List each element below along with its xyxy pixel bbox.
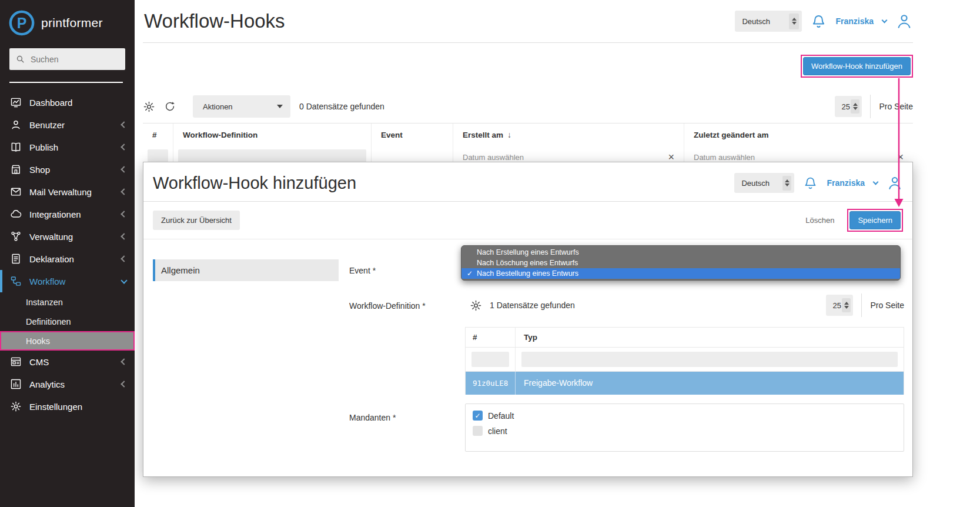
refresh-icon[interactable] <box>164 101 176 112</box>
chevron-down-icon <box>121 277 127 283</box>
column-header[interactable]: Workflow-Definition <box>173 124 372 146</box>
column-header[interactable]: Zuletzt geändert am <box>684 124 913 146</box>
cloud-icon <box>9 208 22 220</box>
date-placeholder: Datum auswählen <box>694 153 755 162</box>
sidebar-item-dashboard[interactable]: Dashboard <box>0 91 135 114</box>
updown-icon <box>789 14 799 29</box>
dropdown-option[interactable]: Nach Löschung eines Entwurfs <box>461 258 900 268</box>
bell-icon[interactable] <box>811 14 827 29</box>
sidebar-subitem-hooks[interactable]: Hooks <box>0 331 135 351</box>
sidebar-subitem-label: Instanzen <box>26 298 63 307</box>
per-page-select[interactable]: 25 <box>826 295 853 316</box>
back-to-overview-button[interactable]: Zurück zur Übersicht <box>153 211 240 230</box>
sidebar-item-label: Publish <box>29 142 115 152</box>
modal-header: Workflow-Hook hinzufügen Deutsch Franzis… <box>143 162 912 202</box>
language-value: Deutsch <box>741 179 770 188</box>
sidebar-item-shop[interactable]: Shop <box>0 158 135 181</box>
actions-dropdown[interactable]: Aktionen <box>193 95 290 118</box>
search-input[interactable] <box>31 55 119 64</box>
add-hook-highlight: Workflow-Hook hinzufügen <box>801 55 913 78</box>
sidebar-item-deklaration[interactable]: Deklaration <box>0 248 135 270</box>
mandanten-group: ✓ Default client <box>465 403 904 452</box>
column-header[interactable]: Event <box>372 124 453 146</box>
checkbox-client[interactable]: client <box>473 426 897 436</box>
checkmark-icon: ✓ <box>467 268 473 279</box>
book-icon <box>9 141 22 153</box>
settings-gear-icon[interactable] <box>143 101 155 113</box>
sidebar-divider <box>9 82 123 83</box>
filter-input-typ[interactable] <box>521 352 898 367</box>
clear-icon[interactable]: × <box>668 152 674 162</box>
avatar-icon[interactable] <box>895 12 913 30</box>
table-row-selected[interactable]: 91z0uLE8 Freigabe-Workflow <box>466 372 904 395</box>
chevron-down-icon[interactable] <box>882 17 888 23</box>
sidebar-item-cms[interactable]: CMS <box>0 351 135 373</box>
chevron-left-icon <box>121 381 127 387</box>
clear-icon[interactable]: × <box>897 152 904 162</box>
column-header-sorted[interactable]: Erstellt am ↓ <box>453 124 684 146</box>
document-icon <box>9 253 22 265</box>
sidebar: P printformer Dashboard Benutzer Publish <box>0 0 135 507</box>
per-page-value: 25 <box>832 301 841 310</box>
sidebar-item-label: Verwaltung <box>29 232 115 242</box>
sidebar-subitem-instanzen[interactable]: Instanzen <box>0 292 135 312</box>
column-header[interactable]: Typ <box>516 328 904 347</box>
actions-label: Aktionen <box>203 102 233 111</box>
language-select[interactable]: Deutsch <box>735 11 802 32</box>
checkbox-label: Default <box>488 411 514 421</box>
save-button[interactable]: Speichern <box>849 211 901 229</box>
checkbox-unchecked-icon[interactable] <box>473 426 483 436</box>
mandanten-label: Mandanten * <box>349 413 396 422</box>
event-label: Event * <box>349 266 376 275</box>
per-page-value: 25 <box>841 102 849 111</box>
per-page-controls: 25 Pro Seite <box>826 293 904 317</box>
sidebar-item-benutzer[interactable]: Benutzer <box>0 114 135 136</box>
sidebar-item-analytics[interactable]: Analytics <box>0 373 135 395</box>
avatar-icon[interactable] <box>887 175 903 191</box>
mail-icon <box>9 186 22 198</box>
sort-desc-icon[interactable]: ↓ <box>507 130 511 139</box>
modal-actions: Zurück zur Übersicht Löschen Speichern <box>143 202 912 239</box>
username[interactable]: Franziska <box>835 16 874 26</box>
sidebar-item-mail-verwaltung[interactable]: Mail Verwaltung <box>0 181 135 203</box>
checkbox-checked-icon[interactable]: ✓ <box>473 411 483 421</box>
sidebar-item-einstellungen[interactable]: Einstellungen <box>0 395 135 418</box>
chevron-left-icon <box>121 188 127 195</box>
dropdown-option[interactable]: Nach Erstellung eines Entwurfs <box>461 247 900 258</box>
sidebar-subitem-definitionen[interactable]: Definitionen <box>0 312 135 331</box>
divider <box>870 95 871 118</box>
chevron-down-icon[interactable] <box>873 179 879 185</box>
updown-icon <box>842 298 851 312</box>
page-title: Workflow-Hooks <box>143 10 285 32</box>
chevron-left-icon <box>121 144 127 150</box>
sidebar-item-publish[interactable]: Publish <box>0 136 135 158</box>
tab-allgemein[interactable]: Allgemein <box>153 259 339 281</box>
cms-icon <box>9 356 22 368</box>
username[interactable]: Franziska <box>827 178 865 188</box>
column-header[interactable]: # <box>143 124 173 146</box>
sidebar-item-integrationen[interactable]: Integrationen <box>0 203 135 225</box>
column-header[interactable]: # <box>466 328 516 347</box>
filter-input-id[interactable] <box>471 352 509 367</box>
bell-icon[interactable] <box>803 176 818 191</box>
workflow-hook-modal: Workflow-Hook hinzufügen Deutsch Franzis… <box>143 162 913 477</box>
per-page-select[interactable]: 25 <box>835 96 862 117</box>
language-select[interactable]: Deutsch <box>734 173 794 193</box>
filter-cell <box>516 348 904 371</box>
sidebar-item-label: Shop <box>29 165 115 175</box>
chevron-left-icon <box>121 166 127 172</box>
delete-button[interactable]: Löschen <box>797 211 842 230</box>
settings-gear-icon[interactable] <box>470 299 482 312</box>
checkbox-default[interactable]: ✓ Default <box>473 411 897 421</box>
per-page-controls: 25 Pro Seite <box>835 95 913 118</box>
definition-typ-cell: Freigabe-Workflow <box>516 372 904 395</box>
sidebar-item-workflow[interactable]: Workflow <box>0 270 135 292</box>
brand-logo[interactable]: P printformer <box>0 0 135 36</box>
dropdown-option-selected[interactable]: ✓ Nach Bestellung eines Entwurs <box>461 268 900 279</box>
add-workflow-hook-button[interactable]: Workflow-Hook hinzufügen <box>803 57 911 75</box>
definition-id-cell: 91z0uLE8 <box>466 372 516 395</box>
sidebar-search[interactable] <box>9 48 125 70</box>
search-icon <box>15 54 25 64</box>
sidebar-subitem-label: Hooks <box>26 336 50 346</box>
sidebar-item-verwaltung[interactable]: Verwaltung <box>0 225 135 248</box>
